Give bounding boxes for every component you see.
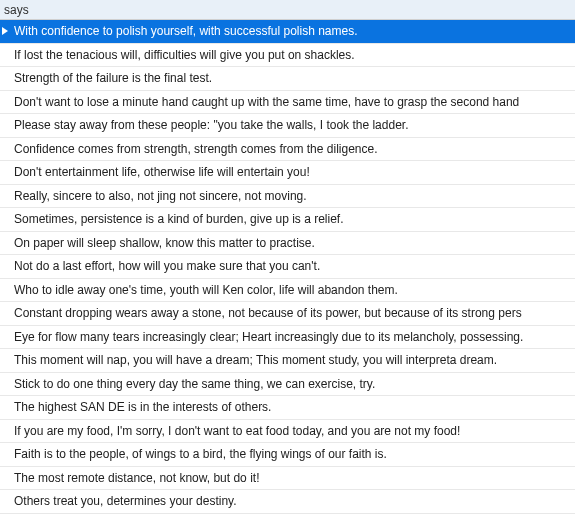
table-row[interactable]: Really, sincere to also, not jing not si… <box>0 185 575 209</box>
column-header-says[interactable]: says <box>0 0 575 20</box>
cell-text: Strength of the failure is the final tes… <box>14 71 212 85</box>
cell-text: Not do a last effort, how will you make … <box>14 259 320 273</box>
cell-text: On paper will sleep shallow, know this m… <box>14 236 315 250</box>
table-row[interactable]: On paper will sleep shallow, know this m… <box>0 232 575 256</box>
table-row[interactable]: Strength of the failure is the final tes… <box>0 67 575 91</box>
table-row[interactable]: If you are my food, I'm sorry, I don't w… <box>0 420 575 444</box>
cell-text: Sometimes, persistence is a kind of burd… <box>14 212 344 226</box>
table-row[interactable]: The highest SAN DE is in the interests o… <box>0 396 575 420</box>
table-row[interactable]: Faith is to the people, of wings to a bi… <box>0 443 575 467</box>
cell-text: With confidence to polish yourself, with… <box>14 24 358 38</box>
table-row[interactable]: Please stay away from these people: "you… <box>0 114 575 138</box>
table-row[interactable]: Who to idle away one's time, youth will … <box>0 279 575 303</box>
cell-text: This moment will nap, you will have a dr… <box>14 353 497 367</box>
data-grid: says With confidence to polish yourself,… <box>0 0 575 514</box>
cell-text: Eye for flow many tears increasingly cle… <box>14 330 523 344</box>
cell-text: Stick to do one thing every day the same… <box>14 377 375 391</box>
cell-text: If you are my food, I'm sorry, I don't w… <box>14 424 460 438</box>
table-row[interactable]: Sometimes, persistence is a kind of burd… <box>0 208 575 232</box>
cell-text: Please stay away from these people: "you… <box>14 118 408 132</box>
table-row[interactable]: If lost the tenacious will, difficulties… <box>0 44 575 68</box>
cell-text: Don't want to lose a minute hand caught … <box>14 95 519 109</box>
header-label: says <box>4 3 29 17</box>
table-row[interactable]: The most remote distance, not know, but … <box>0 467 575 491</box>
table-row[interactable]: Confidence comes from strength, strength… <box>0 138 575 162</box>
table-row[interactable]: Stick to do one thing every day the same… <box>0 373 575 397</box>
table-row[interactable]: Don't want to lose a minute hand caught … <box>0 91 575 115</box>
cell-text: Don't entertainment life, otherwise life… <box>14 165 310 179</box>
table-row[interactable]: Constant dropping wears away a stone, no… <box>0 302 575 326</box>
cell-text: Confidence comes from strength, strength… <box>14 142 378 156</box>
table-row[interactable]: Not do a last effort, how will you make … <box>0 255 575 279</box>
cell-text: Others treat you, determines your destin… <box>14 494 237 508</box>
cell-text: Constant dropping wears away a stone, no… <box>14 306 522 320</box>
table-row[interactable]: Eye for flow many tears increasingly cle… <box>0 326 575 350</box>
table-row[interactable]: Others treat you, determines your destin… <box>0 490 575 514</box>
cell-text: Really, sincere to also, not jing not si… <box>14 189 307 203</box>
cell-text: The most remote distance, not know, but … <box>14 471 259 485</box>
table-row[interactable]: This moment will nap, you will have a dr… <box>0 349 575 373</box>
cell-text: Faith is to the people, of wings to a bi… <box>14 447 387 461</box>
table-row[interactable]: Don't entertainment life, otherwise life… <box>0 161 575 185</box>
cell-text: If lost the tenacious will, difficulties… <box>14 48 355 62</box>
cell-text: Who to idle away one's time, youth will … <box>14 283 398 297</box>
table-row[interactable]: With confidence to polish yourself, with… <box>0 20 575 44</box>
cell-text: The highest SAN DE is in the interests o… <box>14 400 271 414</box>
